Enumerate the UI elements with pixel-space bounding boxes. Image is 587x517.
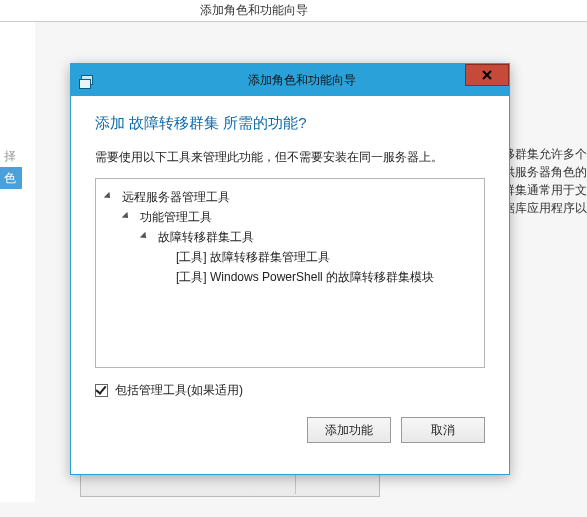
tree-node-label: 远程服务器管理工具 <box>122 187 230 207</box>
close-icon <box>482 70 492 80</box>
collapse-icon[interactable] <box>106 192 116 202</box>
dialog-heading: 添加 故障转移群集 所需的功能? <box>95 114 485 133</box>
dialog-titlebar: 添加角色和功能向导 <box>71 64 509 96</box>
tree-node-label: [工具] 故障转移群集管理工具 <box>176 247 330 267</box>
close-button[interactable] <box>465 64 509 86</box>
tree-node-label: 功能管理工具 <box>140 207 212 227</box>
tree-node-label: 故障转移群集工具 <box>158 227 254 247</box>
include-tools-checkbox[interactable] <box>95 384 108 397</box>
wizard-icon <box>79 72 95 88</box>
tree-node[interactable]: 故障转移群集工具 <box>106 227 474 247</box>
dialog-description: 需要使用以下工具来管理此功能，但不需要安装在同一服务器上。 <box>95 149 485 166</box>
tree-node[interactable]: 远程服务器管理工具 <box>106 187 474 207</box>
collapse-icon[interactable] <box>142 232 152 242</box>
tree-leaf[interactable]: [工具] 故障转移群集管理工具 <box>106 247 474 267</box>
tree-node[interactable]: 功能管理工具 <box>106 207 474 227</box>
sidebar-item-active[interactable]: 色 <box>0 167 22 189</box>
tree-node-label: [工具] Windows PowerShell 的故障转移群集模块 <box>176 267 434 287</box>
collapse-icon[interactable] <box>124 212 134 222</box>
include-tools-label: 包括管理工具(如果适用) <box>115 382 243 399</box>
add-features-button[interactable]: 添加功能 <box>307 417 391 443</box>
sidebar-item[interactable]: 择 <box>0 145 22 167</box>
parent-window-title: 添加角色和功能向导 <box>200 2 308 19</box>
description-text-fragment: 移群集允许多个 供服务器角色的 群集通常用于文 据库应用程序以 <box>503 145 587 217</box>
dialog-title: 添加角色和功能向导 <box>95 72 509 89</box>
add-features-dialog: 添加角色和功能向导 添加 故障转移群集 所需的功能? 需要使用以下工具来管理此功… <box>70 63 510 475</box>
cancel-button[interactable]: 取消 <box>401 417 485 443</box>
feature-tree: 远程服务器管理工具 功能管理工具 故障转移群集工具 [工具] 故障转移群集管理工… <box>95 178 485 368</box>
tree-leaf[interactable]: [工具] Windows PowerShell 的故障转移群集模块 <box>106 267 474 287</box>
